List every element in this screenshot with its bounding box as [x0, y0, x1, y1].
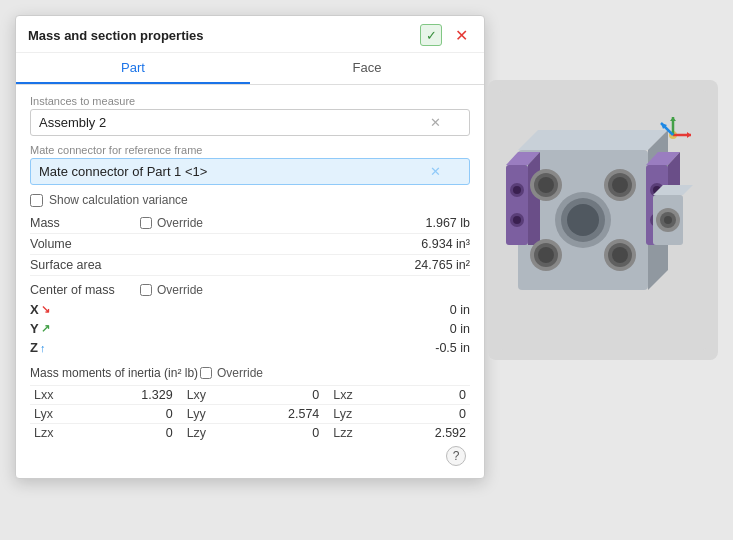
lyy-value: 2.574: [242, 405, 323, 424]
dialog-title-bar: Mass and section properties ✓ ✕: [16, 16, 484, 53]
dialog-title: Mass and section properties: [28, 28, 204, 43]
surface-area-row: Surface area 24.765 in²: [30, 255, 470, 276]
lzy-label: Lzy: [177, 424, 242, 443]
mass-label: Mass: [30, 216, 140, 230]
x-row: X ↘ 0 in: [30, 300, 470, 319]
lyx-value: 0: [95, 405, 176, 424]
surface-area-label: Surface area: [30, 258, 140, 272]
volume-row: Volume 6.934 in³: [30, 234, 470, 255]
dialog-title-actions: ✓ ✕: [420, 24, 472, 46]
com-section: Center of mass Override X ↘ 0 in Y ↗: [30, 280, 470, 357]
z-arrow-icon: ↑: [40, 342, 46, 354]
variance-checkbox[interactable]: [30, 194, 43, 207]
x-value: 0 in: [60, 303, 470, 317]
inertia-header-row: Mass moments of inertia (in² lb) Overrid…: [30, 363, 470, 383]
tabs-container: Part Face: [16, 53, 484, 85]
com-override-label: Override: [157, 283, 203, 297]
help-row: ?: [30, 442, 470, 466]
mate-value: Mate connector of Part 1 <1>: [39, 164, 207, 179]
com-header-row: Center of mass Override: [30, 280, 470, 300]
lxx-value: 1.329: [95, 386, 176, 405]
lzx-label: Lzx: [30, 424, 95, 443]
inertia-override-checkbox[interactable]: [200, 367, 212, 379]
instances-clear-icon[interactable]: ✕: [430, 115, 441, 130]
instances-label: Instances to measure: [30, 95, 470, 107]
inertia-row-lzx: Lzx 0 Lzy 0 Lzz 2.592: [30, 424, 470, 443]
lyz-value: 0: [388, 405, 470, 424]
svg-rect-4: [506, 165, 528, 245]
model-panel: [488, 80, 718, 360]
model-render: [498, 90, 708, 350]
mass-row: Mass Override 1.967 lb: [30, 213, 470, 234]
lzy-value: 0: [242, 424, 323, 443]
y-row: Y ↗ 0 in: [30, 319, 470, 338]
tab-part[interactable]: Part: [16, 53, 250, 84]
svg-point-37: [664, 216, 672, 224]
svg-marker-2: [518, 130, 668, 150]
mass-value: 1.967 lb: [230, 216, 470, 230]
inertia-table: Lxx 1.329 Lxy 0 Lxz 0 Lyx 0 Lyy 2.574 Ly…: [30, 385, 470, 442]
volume-value: 6.934 in³: [230, 237, 470, 251]
lxy-label: Lxy: [177, 386, 242, 405]
surface-area-value: 24.765 in²: [230, 258, 470, 272]
svg-point-18: [538, 247, 554, 263]
lxz-label: Lxz: [323, 386, 388, 405]
inertia-override-label: Override: [217, 366, 263, 380]
mate-label: Mate connector for reference frame: [30, 144, 470, 156]
y-label: Y ↗: [30, 321, 60, 336]
lyy-label: Lyy: [177, 405, 242, 424]
lzz-value: 2.592: [388, 424, 470, 443]
z-row: Z ↑ -0.5 in: [30, 338, 470, 357]
x-arrow-icon: ↘: [41, 303, 50, 316]
z-label: Z ↑: [30, 340, 60, 355]
com-override: Override: [140, 283, 230, 297]
svg-point-24: [567, 204, 599, 236]
lyx-label: Lyx: [30, 405, 95, 424]
com-label: Center of mass: [30, 283, 140, 297]
svg-point-12: [538, 177, 554, 193]
z-value: -0.5 in: [60, 341, 470, 355]
variance-row: Show calculation variance: [30, 193, 470, 207]
tab-face[interactable]: Face: [250, 53, 484, 84]
svg-point-21: [612, 247, 628, 263]
help-button[interactable]: ?: [446, 446, 466, 466]
y-value: 0 in: [60, 322, 470, 336]
inertia-row-lxx: Lxx 1.329 Lxy 0 Lxz 0: [30, 386, 470, 405]
instances-field[interactable]: Assembly 2 ✕: [30, 109, 470, 136]
mate-field[interactable]: Mate connector of Part 1 <1> ✕: [30, 158, 470, 185]
inertia-override: Override: [200, 366, 290, 380]
mass-override-checkbox[interactable]: [140, 217, 152, 229]
instances-group: Instances to measure Assembly 2 ✕: [30, 95, 470, 136]
lxz-value: 0: [388, 386, 470, 405]
svg-point-26: [513, 186, 521, 194]
mass-override-label: Override: [157, 216, 203, 230]
close-button[interactable]: ✕: [450, 24, 472, 46]
inertia-section: Mass moments of inertia (in² lb) Overrid…: [30, 363, 470, 442]
lzx-value: 0: [95, 424, 176, 443]
mass-properties-dialog: Mass and section properties ✓ ✕ Part Fac…: [15, 15, 485, 479]
lxy-value: 0: [242, 386, 323, 405]
x-label: X ↘: [30, 302, 60, 317]
y-arrow-icon: ↗: [41, 322, 50, 335]
mate-group: Mate connector for reference frame Mate …: [30, 144, 470, 185]
inertia-row-lyx: Lyx 0 Lyy 2.574 Lyz 0: [30, 405, 470, 424]
lyz-label: Lyz: [323, 405, 388, 424]
confirm-button[interactable]: ✓: [420, 24, 442, 46]
mate-clear-icon[interactable]: ✕: [430, 164, 441, 179]
dialog-body: Instances to measure Assembly 2 ✕ Mate c…: [16, 85, 484, 470]
inertia-label: Mass moments of inertia (in² lb): [30, 366, 200, 380]
svg-point-15: [612, 177, 628, 193]
instances-value: Assembly 2: [39, 115, 106, 130]
com-override-checkbox[interactable]: [140, 284, 152, 296]
lxx-label: Lxx: [30, 386, 95, 405]
svg-point-28: [513, 216, 521, 224]
mass-override: Override: [140, 216, 230, 230]
variance-label: Show calculation variance: [49, 193, 188, 207]
volume-label: Volume: [30, 237, 140, 251]
lzz-label: Lzz: [323, 424, 388, 443]
